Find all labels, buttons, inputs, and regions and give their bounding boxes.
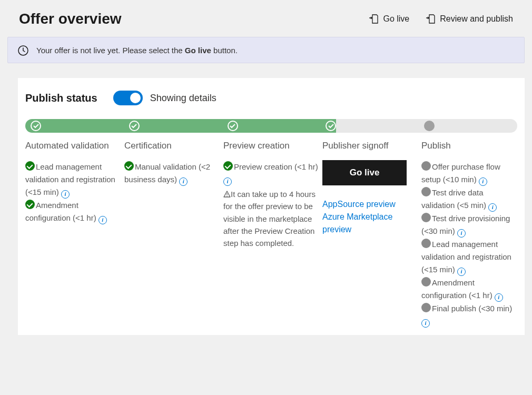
go-live-label: Go live	[383, 14, 409, 24]
info-icon[interactable]	[457, 229, 466, 238]
check-icon	[31, 121, 41, 131]
pending-icon	[421, 277, 431, 287]
col-signoff: Publisher signoff Go live AppSource prev…	[322, 140, 418, 328]
pending-icon	[424, 121, 435, 131]
info-icon[interactable]	[98, 216, 107, 224]
info-icon[interactable]	[223, 177, 232, 186]
appsource-preview-link[interactable]: AppSource preview	[322, 198, 418, 211]
svg-point-2	[226, 195, 227, 196]
toggle-knob	[130, 93, 141, 103]
progress-seg-preview	[222, 119, 321, 133]
banner-text: Your offer is not live yet. Please selec…	[36, 46, 238, 55]
review-publish-action[interactable]: Review and publish	[425, 14, 513, 24]
check-icon	[228, 121, 238, 131]
check-icon	[223, 161, 233, 171]
info-icon[interactable]	[61, 190, 70, 199]
progress-seg-certification	[124, 119, 222, 133]
step-lead-mgmt-pub: Lead management validation and registrat…	[421, 238, 517, 276]
pending-icon	[421, 161, 431, 171]
review-publish-icon	[425, 14, 435, 24]
step-final-publish: Final publish (<30 min)	[421, 302, 517, 328]
preview-warning: It can take up to 4 hours for the offer …	[223, 188, 319, 249]
col-title: Publish	[421, 140, 517, 152]
pending-icon	[421, 187, 431, 196]
col-preview: Preview creation Preview creation (<1 hr…	[223, 140, 319, 328]
pending-icon	[421, 213, 431, 222]
status-title: Publish status	[25, 92, 97, 104]
step-lead-mgmt: Lead management validation and registrat…	[25, 160, 121, 199]
info-icon[interactable]	[179, 177, 188, 186]
page-title: Offer overview	[19, 11, 122, 27]
step-test-drive-prov: Test drive provisioning (<30 min)	[421, 212, 517, 238]
col-title: Publisher signoff	[322, 140, 418, 152]
status-header: Publish status Showing details	[25, 91, 517, 105]
info-icon[interactable]	[479, 177, 487, 186]
info-banner: Your offer is not live yet. Please selec…	[7, 37, 525, 63]
status-columns: Automated validation Lead management val…	[25, 140, 517, 328]
col-title: Certification	[124, 140, 220, 152]
check-icon	[25, 200, 35, 209]
col-automated: Automated validation Lead management val…	[25, 140, 121, 328]
progress-seg-automated	[25, 119, 124, 133]
info-icon[interactable]	[495, 293, 503, 302]
header: Offer overview Go live Review and publis…	[0, 0, 532, 37]
warning-icon	[223, 189, 231, 201]
pending-icon	[421, 303, 431, 312]
info-icon[interactable]	[421, 319, 430, 328]
step-amendment: Amendment configuration (<1 hr)	[25, 199, 121, 224]
step-offer-purchase: Offer purchase flow setup (<10 min)	[421, 160, 517, 186]
check-icon	[124, 161, 134, 171]
details-toggle-group: Showing details	[113, 91, 216, 105]
review-publish-label: Review and publish	[440, 14, 513, 24]
progress-seg-signoff	[320, 119, 419, 133]
go-live-icon	[368, 14, 378, 24]
check-icon	[129, 121, 140, 131]
step-preview-creation: Preview creation (<1 hr)	[223, 160, 319, 186]
pending-icon	[421, 239, 431, 248]
step-test-drive-data: Test drive data validation (<5 min)	[421, 186, 517, 212]
progress-seg-publish	[419, 119, 517, 133]
check-icon	[25, 161, 35, 171]
status-card: Publish status Showing details	[18, 78, 525, 335]
go-live-action[interactable]: Go live	[368, 14, 409, 24]
azure-marketplace-preview-link[interactable]: Azure Marketplace preview	[322, 211, 418, 236]
progress-track	[25, 119, 517, 133]
col-certification: Certification Manual validation (<2 busi…	[124, 140, 220, 328]
step-amendment-pub: Amendment configuration (<1 hr)	[421, 276, 517, 302]
clock-icon	[17, 45, 28, 55]
col-title: Automated validation	[25, 140, 121, 152]
info-icon[interactable]	[457, 268, 466, 276]
header-actions: Go live Review and publish	[368, 14, 513, 24]
toggle-label: Showing details	[150, 93, 216, 104]
step-manual-validation: Manual validation (<2 business days)	[124, 160, 220, 186]
col-publish: Publish Offer purchase flow setup (<10 m…	[421, 140, 517, 328]
info-icon[interactable]	[488, 203, 497, 212]
details-toggle[interactable]	[113, 91, 143, 105]
go-live-button[interactable]: Go live	[322, 160, 407, 185]
check-icon	[326, 121, 336, 131]
col-title: Preview creation	[223, 140, 319, 152]
